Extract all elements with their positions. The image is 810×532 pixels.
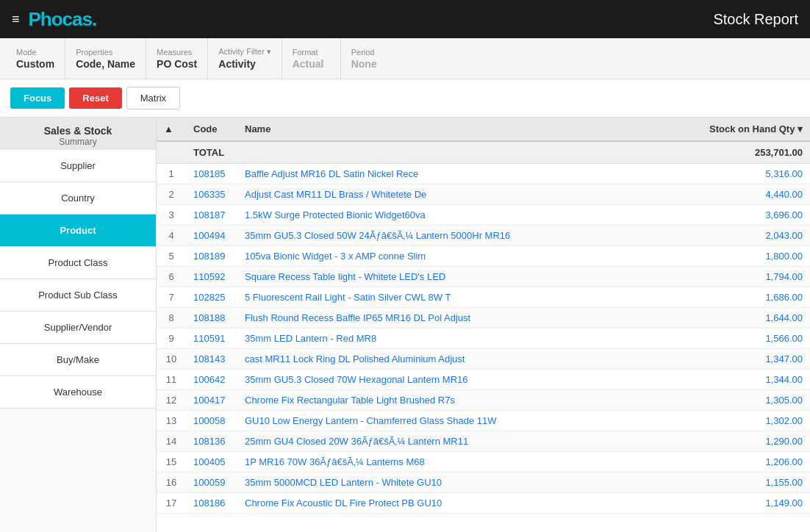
cell-code[interactable]: 108189 (186, 246, 237, 267)
cell-qty: 1,566.00 (702, 328, 810, 349)
cell-code[interactable]: 100405 (186, 452, 237, 472)
toolbar-properties[interactable]: Properties Code, Name (65, 38, 146, 79)
total-rank-cell (157, 141, 186, 164)
activity-filter-label: Activity Filter ▾ (218, 47, 270, 57)
toolbar: Mode Custom Properties Code, Name Measur… (0, 38, 810, 79)
cell-name[interactable]: GU10 Low Energy Lantern - Chamferred Gla… (237, 411, 702, 431)
cell-name[interactable]: Flush Round Recess Baffle IP65 MR16 DL P… (237, 308, 702, 328)
sidebar-item-product-sub-class[interactable]: Product Sub Class (0, 279, 156, 312)
cell-name[interactable]: Chrome Fix Acoustic DL Fire Protect PB G… (237, 493, 702, 514)
sidebar-header-title: Sales & Stock (9, 125, 147, 137)
cell-code[interactable]: 100417 (186, 390, 237, 411)
cell-qty: 2,043.00 (702, 226, 810, 246)
format-label: Format (293, 48, 330, 57)
toolbar-format[interactable]: Format Actual (282, 38, 341, 79)
table-row: 1610005935mm 5000MCD LED Lantern - White… (157, 472, 810, 493)
cell-code[interactable]: 108185 (186, 164, 237, 184)
cell-rank: 1 (157, 164, 186, 184)
cell-code[interactable]: 100642 (186, 370, 237, 390)
cell-name[interactable]: 35mm GU5.3 Closed 70W Hexagonal Lantern … (237, 370, 702, 390)
cell-name[interactable]: cast MR11 Lock Ring DL Polished Aluminiu… (237, 349, 702, 370)
hamburger-menu[interactable]: ≡ (12, 12, 20, 27)
sidebar: Sales & Stock Summary Supplier Country P… (0, 118, 157, 532)
table-row: 31081871.5kW Surge Protected Bionic Widg… (157, 205, 810, 226)
table-row: 10108143cast MR11 Lock Ring DL Polished … (157, 349, 810, 370)
cell-rank: 5 (157, 246, 186, 267)
cell-qty: 1,290.00 (702, 431, 810, 452)
sidebar-header: Sales & Stock Summary (0, 118, 156, 150)
table-row: 1110064235mm GU5.3 Closed 70W Hexagonal … (157, 370, 810, 390)
cell-name[interactable]: Chrome Fix Rectangular Table Light Brush… (237, 390, 702, 411)
cell-qty: 1,644.00 (702, 308, 810, 328)
cell-code[interactable]: 108136 (186, 431, 237, 452)
cell-code[interactable]: 108187 (186, 205, 237, 226)
cell-qty: 1,149.00 (702, 493, 810, 514)
table-row: 8108188Flush Round Recess Baffle IP65 MR… (157, 308, 810, 328)
total-empty-cell (237, 141, 702, 164)
sidebar-item-product-class[interactable]: Product Class (0, 247, 156, 279)
format-value: Actual (293, 58, 330, 70)
cell-name[interactable]: Baffle Adjust MR16 DL Satin Nickel Rece (237, 164, 702, 184)
cell-code[interactable]: 110592 (186, 267, 237, 287)
sidebar-item-warehouse[interactable]: Warehouse (0, 376, 156, 409)
table-row: 911059135mm LED Lantern - Red MR81,566.0… (157, 328, 810, 349)
table-row: 5108189105va Bionic Widget - 3 x AMP con… (157, 246, 810, 267)
sort-icon: ▲ (164, 123, 173, 134)
sidebar-item-supplier-vendor[interactable]: Supplier/Vendor (0, 312, 156, 344)
logo-text: Phocas (29, 8, 93, 30)
properties-value: Code, Name (76, 58, 135, 70)
cell-code[interactable]: 110591 (186, 328, 237, 349)
cell-rank: 8 (157, 308, 186, 328)
col-header-qty[interactable]: Stock on Hand Qty ▾ (702, 118, 810, 141)
table-row: 13100058GU10 Low Energy Lantern - Chamfe… (157, 411, 810, 431)
table-row: 71028255 Fluorescent Rail Light - Satin … (157, 287, 810, 308)
table-row: 1410813625mm GU4 Closed 20W 36Ãƒâ€šÃ‚¼ L… (157, 431, 810, 452)
cell-name[interactable]: 105va Bionic Widget - 3 x AMP conne Slim (237, 246, 702, 267)
matrix-button[interactable]: Matrix (126, 87, 180, 109)
toolbar-measures[interactable]: Measures PO Cost (146, 38, 208, 79)
sidebar-item-buy-make[interactable]: Buy/Make (0, 344, 156, 376)
focus-button[interactable]: Focus (10, 87, 65, 109)
cell-code[interactable]: 100058 (186, 411, 237, 431)
cell-code[interactable]: 108188 (186, 308, 237, 328)
cell-name[interactable]: 1P MR16 70W 36Ãƒâ€šÃ‚¼ Lanterns M68 (237, 452, 702, 472)
total-label-cell: TOTAL (186, 141, 237, 164)
cell-code[interactable]: 102825 (186, 287, 237, 308)
cell-name[interactable]: 35mm GU5.3 Closed 50W 24Ãƒâ€šÃ‚¼ Lantern… (237, 226, 702, 246)
cell-name[interactable]: 5 Fluorescent Rail Light - Satin Silver … (237, 287, 702, 308)
table-row: 1108185Baffle Adjust MR16 DL Satin Nicke… (157, 164, 810, 184)
col-header-rank[interactable]: ▲ (157, 118, 186, 141)
cell-qty: 1,206.00 (702, 452, 810, 472)
cell-name[interactable]: 35mm LED Lantern - Red MR8 (237, 328, 702, 349)
cell-name[interactable]: Square Recess Table light - Whitete LED'… (237, 267, 702, 287)
cell-rank: 2 (157, 184, 186, 205)
sidebar-item-supplier[interactable]: Supplier (0, 150, 156, 182)
cell-code[interactable]: 108143 (186, 349, 237, 370)
col-header-code[interactable]: Code (186, 118, 237, 141)
table-row: 17108186Chrome Fix Acoustic DL Fire Prot… (157, 493, 810, 514)
cell-rank: 9 (157, 328, 186, 349)
cell-code[interactable]: 106335 (186, 184, 237, 205)
cell-qty: 3,696.00 (702, 205, 810, 226)
cell-qty: 1,155.00 (702, 472, 810, 493)
app-logo: Phocas. (29, 8, 97, 31)
cell-code[interactable]: 100494 (186, 226, 237, 246)
period-label: Period (351, 48, 390, 57)
cell-code[interactable]: 108186 (186, 493, 237, 514)
sidebar-item-product[interactable]: Product (0, 215, 156, 247)
cell-rank: 3 (157, 205, 186, 226)
cell-name[interactable]: Adjust Cast MR11 DL Brass / Whitetete De (237, 184, 702, 205)
toolbar-activity-filter[interactable]: Activity Filter ▾ Activity (208, 38, 282, 79)
toolbar-period[interactable]: Period None (341, 38, 400, 79)
col-header-name[interactable]: Name (237, 118, 702, 141)
cell-qty: 5,316.00 (702, 164, 810, 184)
cell-rank: 15 (157, 452, 186, 472)
cell-name[interactable]: 1.5kW Surge Protected Bionic Widget60va (237, 205, 702, 226)
cell-code[interactable]: 100059 (186, 472, 237, 493)
sidebar-item-country[interactable]: Country (0, 182, 156, 215)
cell-qty: 1,686.00 (702, 287, 810, 308)
reset-button[interactable]: Reset (69, 87, 121, 109)
cell-name[interactable]: 35mm 5000MCD LED Lantern - Whitete GU10 (237, 472, 702, 493)
cell-name[interactable]: 25mm GU4 Closed 20W 36Ãƒâ€šÃ‚¼ Lantern M… (237, 431, 702, 452)
toolbar-mode[interactable]: Mode Custom (6, 38, 65, 79)
